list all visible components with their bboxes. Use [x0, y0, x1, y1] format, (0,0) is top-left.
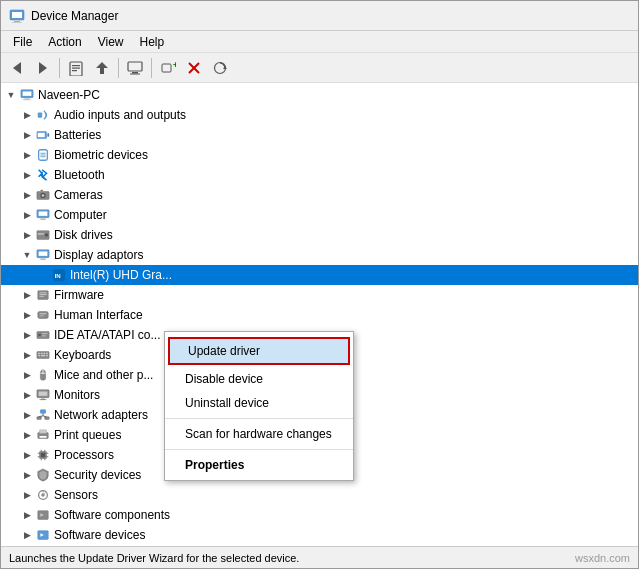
back-button[interactable] [5, 56, 29, 80]
tree-item-biometric[interactable]: ▶ Biometric devices [1, 145, 638, 165]
svg-rect-56 [42, 335, 46, 336]
svg-text:+: + [173, 60, 176, 70]
softwaredev-icon [35, 527, 51, 543]
tree-item-firmware[interactable]: ▶ Firmware [1, 285, 638, 305]
toolbar: + [1, 53, 638, 83]
keyboards-label: Keyboards [54, 348, 111, 362]
print-icon [35, 427, 51, 443]
add-device-button[interactable]: + [156, 56, 180, 80]
computer-expand-icon: ▶ [19, 207, 35, 223]
menu-action[interactable]: Action [40, 33, 89, 51]
audio-icon [35, 107, 51, 123]
batteries-expand-icon: ▶ [19, 127, 35, 143]
svg-rect-40 [38, 233, 44, 234]
display-button[interactable] [123, 56, 147, 80]
tree-item-bluetooth[interactable]: ▶ Bluetooth [1, 165, 638, 185]
softwarecomp-expand-icon: ▶ [19, 507, 35, 523]
batteries-label: Batteries [54, 128, 101, 142]
tree-item-humaninterface[interactable]: ▶ Human Interface [1, 305, 638, 325]
svg-rect-34 [40, 190, 43, 192]
biometric-icon [35, 147, 51, 163]
svg-rect-51 [40, 313, 47, 314]
context-menu-properties[interactable]: Properties [165, 453, 353, 477]
tree-item-diskdrives[interactable]: ▶ Disk drives [1, 225, 638, 245]
keyboard-icon [35, 347, 51, 363]
software-icon [35, 507, 51, 523]
svg-rect-49 [40, 296, 44, 297]
update-driver-toolbar-button[interactable] [90, 56, 114, 80]
menu-bar: File Action View Help [1, 31, 638, 53]
softwaredev-expand-icon: ▶ [19, 527, 35, 543]
monitors-expand-icon: ▶ [19, 387, 35, 403]
tree-item-batteries[interactable]: ▶ Batteries [1, 125, 638, 145]
title-bar-icon [9, 8, 25, 24]
svg-rect-47 [40, 292, 47, 293]
context-menu-update-driver[interactable]: Update driver [170, 339, 348, 363]
context-menu-uninstall-device[interactable]: Uninstall device [165, 391, 353, 415]
tree-item-computer[interactable]: ▶ Computer [1, 205, 638, 225]
svg-rect-43 [40, 259, 45, 260]
processors-expand-icon: ▶ [19, 447, 35, 463]
monitors-label: Monitors [54, 388, 100, 402]
sensors-label: Sensors [54, 488, 98, 502]
svg-rect-62 [38, 355, 40, 356]
processor-icon [35, 447, 51, 463]
diskdrives-expand-icon: ▶ [19, 227, 35, 243]
cameras-expand-icon: ▶ [19, 187, 35, 203]
cameras-icon [35, 187, 51, 203]
context-menu-sep-2 [165, 449, 353, 450]
printqueues-expand-icon: ▶ [19, 427, 35, 443]
svg-point-33 [42, 194, 45, 197]
svg-rect-36 [39, 212, 48, 216]
tree-item-softwaredev[interactable]: ▶ Software devices [1, 525, 638, 545]
security-label: Security devices [54, 468, 141, 482]
svg-rect-37 [40, 219, 45, 220]
context-menu-disable-device[interactable]: Disable device [165, 367, 353, 391]
firmware-label: Firmware [54, 288, 104, 302]
svg-rect-9 [72, 70, 77, 71]
tree-item-displayadaptors[interactable]: ▼ Display adaptors [1, 245, 638, 265]
svg-line-93 [44, 492, 45, 493]
cameras-label: Cameras [54, 188, 103, 202]
tree-item-soundvideo[interactable]: ▶ Sound, video and game controllers [1, 545, 638, 546]
svg-rect-78 [40, 430, 47, 434]
toolbar-sep-2 [118, 58, 119, 78]
uninstall-button[interactable] [182, 56, 206, 80]
keyboards-expand-icon: ▶ [19, 347, 35, 363]
humaninterface-expand-icon: ▶ [19, 307, 35, 323]
svg-rect-50 [38, 312, 49, 319]
svg-rect-6 [70, 62, 82, 76]
display-expand-icon: ▼ [19, 247, 35, 263]
printqueues-label: Print queues [54, 428, 121, 442]
tree-root[interactable]: ▼ Naveen-PC [1, 85, 638, 105]
context-menu-scan-hardware[interactable]: Scan for hardware changes [165, 422, 353, 446]
menu-file[interactable]: File [5, 33, 40, 51]
bluetooth-label: Bluetooth [54, 168, 105, 182]
forward-button[interactable] [31, 56, 55, 80]
tree-item-intel[interactable]: IN Intel(R) UHD Gra... [1, 265, 638, 285]
intel-icon: IN [51, 267, 67, 283]
properties-button[interactable] [64, 56, 88, 80]
title-bar-text: Device Manager [31, 9, 118, 23]
toolbar-sep-1 [59, 58, 60, 78]
monitor-icon [35, 387, 51, 403]
bluetooth-icon [35, 167, 51, 183]
biometric-expand-icon: ▶ [19, 147, 35, 163]
display-icon [35, 247, 51, 263]
menu-help[interactable]: Help [132, 33, 173, 51]
svg-line-76 [43, 416, 47, 417]
tree-item-sensors[interactable]: ▶ Sensors [1, 485, 638, 505]
svg-rect-64 [46, 355, 48, 356]
update-driver-highlight: Update driver [168, 337, 350, 365]
tree-item-softwarecomp[interactable]: ▶ Software components [1, 505, 638, 525]
tree-item-audio[interactable]: ▶ Audio inputs and outputs [1, 105, 638, 125]
svg-rect-20 [23, 92, 32, 96]
tree-item-cameras[interactable]: ▶ Cameras [1, 185, 638, 205]
svg-rect-8 [72, 67, 80, 68]
processors-label: Processors [54, 448, 114, 462]
menu-view[interactable]: View [90, 33, 132, 51]
svg-line-75 [39, 416, 43, 417]
svg-rect-61 [46, 353, 48, 354]
svg-rect-63 [41, 355, 45, 356]
scan-button[interactable] [208, 56, 232, 80]
